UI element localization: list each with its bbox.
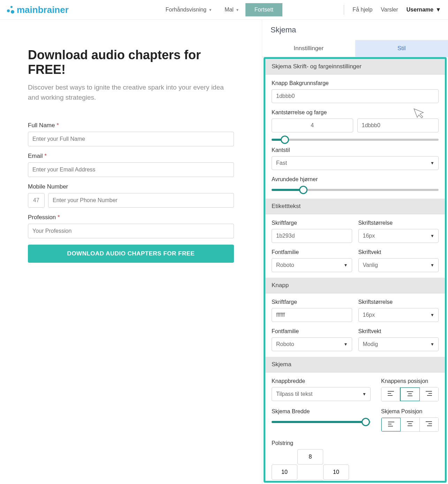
btn-font-color-input[interactable] [272,308,352,322]
label-font-family-select[interactable] [272,258,352,272]
form-width-slider[interactable] [272,421,371,423]
padding-right-input[interactable] [323,464,349,480]
btn-bg-input[interactable] [272,89,439,103]
btn-font-family-select[interactable] [272,337,352,351]
padding-grid [272,449,349,483]
btn-width-label: Knappbredde [272,378,371,384]
section-label-text: Etiketttekst [265,199,445,214]
sidebar-tabs: Innstillinger Stil [262,40,448,57]
fullname-label: Full Name * [28,122,234,129]
continue-button[interactable]: Fortsett [245,3,282,16]
tab-settings[interactable]: Innstillinger [262,40,355,57]
align-right-icon [426,391,432,396]
nav-help-link[interactable]: Få hjelp [352,7,372,13]
border-style-select[interactable] [272,156,439,170]
sidebar-title: Skjema [262,20,448,40]
btn-pos-center[interactable] [400,387,420,401]
brand-text: mainbrainer [17,5,69,15]
email-input[interactable] [28,162,234,177]
nav-right: Få hjelp Varsler Username▼ [344,5,441,15]
label-font-color-input[interactable] [272,229,352,243]
border-size-input[interactable] [272,118,353,132]
align-left-icon [388,422,394,427]
btn-font-color-label: Skriftfarge [272,299,352,305]
preview-title: Download audio chapters for FREE! [28,48,234,77]
user-menu[interactable]: Username▼ [407,7,441,13]
form-pos-left[interactable] [381,417,401,432]
label-font-size-select[interactable] [358,229,439,243]
form-pos-label: Skjema Posisjon [381,408,439,415]
fullname-input[interactable] [28,132,234,146]
form-width-label: Skjema Bredde [272,408,371,415]
section-button: Knapp [265,278,445,293]
label-font-family-label: Fontfamilie [272,249,352,255]
align-right-icon [426,421,432,426]
border-style-label: Kantstil [272,147,439,153]
btn-font-size-label: Skriftstørrelse [358,299,439,305]
align-center-icon [407,391,413,396]
profession-input[interactable] [28,224,234,238]
top-nav: mainbrainer Forhåndsvisning▼ Mal▼ Fortse… [0,0,448,20]
caret-down-icon: ▼ [208,8,212,12]
padding-label: Polstring [272,440,439,446]
align-center-icon [407,421,413,426]
btn-pos-left[interactable] [381,387,400,401]
nav-center: Forhåndsvisning▼ Mal▼ Fortsett [159,3,282,16]
rounded-slider[interactable] [272,189,439,191]
border-label: Kantstørrelse og farge [272,109,439,116]
style-panel: Skjema Skrift- og fargeinnstillinger Kna… [264,57,447,483]
label-font-color-label: Skriftfarge [272,220,352,226]
preview-subtitle: Discover best ways to ignite the creativ… [28,83,234,102]
mobile-label: Mobile Number [28,183,234,190]
btn-font-weight-label: Skriftvekt [358,328,439,335]
btn-font-weight-select[interactable] [358,337,439,351]
rounded-label: Avrundede hjørner [272,176,439,183]
country-code-input[interactable] [28,193,45,208]
mobile-input[interactable] [48,193,234,208]
label-font-weight-select[interactable] [358,258,439,272]
border-color-input[interactable] [357,118,439,132]
btn-font-size-select[interactable] [358,308,439,322]
caret-down-icon: ▼ [236,8,239,12]
label-font-weight-label: Skriftvekt [358,249,439,255]
nav-template-dropdown[interactable]: Mal▼ [218,3,245,16]
nav-alerts-link[interactable]: Varsler [381,7,398,13]
padding-left-input[interactable] [272,464,297,480]
style-sidebar: Skjema Innstillinger Stil Skjema Skrift-… [262,20,448,484]
form-preview: Download audio chapters for FREE! Discov… [0,20,262,484]
btn-font-family-label: Fontfamilie [272,328,352,335]
email-label: Email * [28,153,234,160]
padding-bottom-input[interactable] [297,480,323,483]
submit-button[interactable]: DOWNLOAD AUDIO CHAPTERS FOR FREE [28,245,234,263]
profession-label: Profession * [28,214,234,221]
tab-style[interactable]: Stil [355,40,448,57]
align-left-icon [388,391,394,396]
btn-pos-right[interactable] [420,387,438,401]
padding-top-input[interactable] [297,449,323,464]
form-pos-group [381,417,439,432]
caret-down-icon: ▼ [435,7,441,13]
label-font-size-label: Skriftstørrelse [358,220,439,226]
brand-logo: mainbrainer [7,5,69,15]
btn-width-select[interactable] [272,387,371,401]
border-size-slider[interactable] [272,139,439,141]
nav-preview-dropdown[interactable]: Forhåndsvisning▼ [159,3,218,16]
form-pos-center[interactable] [401,418,419,431]
divider [344,5,344,15]
btn-bg-label: Knapp Bakgrunnsfarge [272,80,439,86]
btn-pos-group [381,387,439,401]
form-pos-right[interactable] [420,418,438,431]
logo-icon [7,6,15,14]
section-form: Skjema [265,357,445,372]
section-form-font-color: Skjema Skrift- og fargeinnstillinger [265,59,445,75]
btn-pos-label: Knappens posisjon [381,378,439,384]
